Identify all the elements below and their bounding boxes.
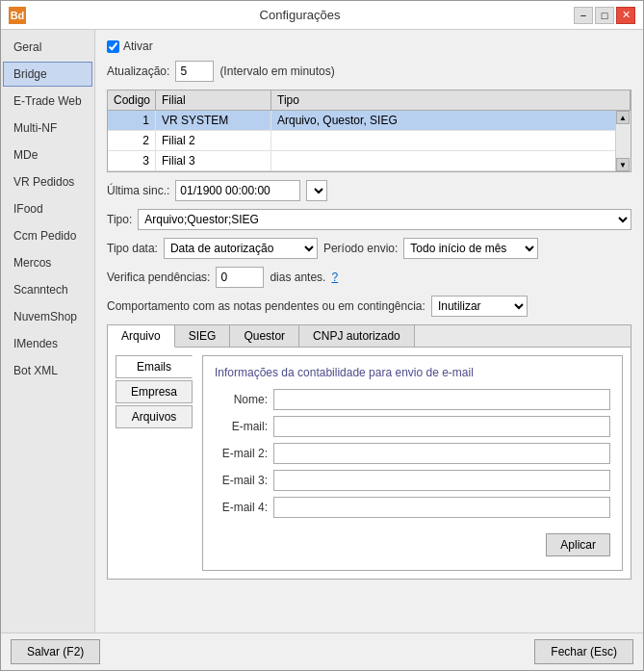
- activate-row: Ativar: [107, 39, 631, 53]
- email3-label: E-mail 3:: [215, 474, 268, 487]
- periodo-envio-select[interactable]: Todo início de mês: [403, 238, 538, 259]
- sidebar-item-vrpedidos[interactable]: VR Pedidos: [3, 169, 92, 194]
- sidebar-item-multinf[interactable]: Multi-NF: [3, 116, 92, 141]
- email-input[interactable]: [273, 416, 610, 437]
- apply-row: Aplicar: [215, 524, 610, 560]
- sub-tab-empresa[interactable]: Empresa: [116, 380, 193, 403]
- email-email2-row: E-mail 2:: [215, 443, 610, 464]
- tab-arquivo[interactable]: Arquivo: [108, 325, 175, 348]
- tipo-label: Tipo:: [107, 213, 132, 226]
- update-suffix: (Intervalo em minutos): [219, 65, 334, 78]
- table-cell-filial: Filial 2: [156, 131, 271, 151]
- table-row[interactable]: 3 Filial 3: [108, 151, 631, 171]
- table-cell-codigo: 2: [108, 131, 156, 151]
- verifica-row: Verifica pendências: dias antes. ?: [107, 267, 631, 288]
- email4-input[interactable]: [273, 497, 610, 518]
- save-button[interactable]: Salvar (F2): [11, 639, 100, 664]
- table-body: 1 VR SYSTEM Arquivo, Questor, SIEG 2 Fil…: [108, 111, 631, 171]
- email-email4-row: E-mail 4:: [215, 497, 610, 518]
- periodo-envio-label: Período envio:: [323, 242, 398, 255]
- tipo-data-row: Tipo data: Data de autorização Período e…: [107, 238, 631, 259]
- verifica-label: Verifica pendências:: [107, 271, 210, 284]
- email-panel: Informações da contabilidade para envio …: [202, 355, 623, 571]
- ultima-sinc-input[interactable]: [175, 180, 300, 201]
- sub-tabs: Emails Empresa Arquivos: [116, 355, 193, 571]
- verifica-suffix: dias antes.: [270, 271, 325, 284]
- col-filial: Filial: [156, 90, 271, 110]
- table-cell-codigo: 1: [108, 111, 156, 131]
- title-controls: − □ ✕: [574, 7, 635, 24]
- apply-button[interactable]: Aplicar: [546, 533, 610, 556]
- email-email3-row: E-mail 3:: [215, 470, 610, 491]
- tab-questor[interactable]: Questor: [230, 325, 299, 347]
- activate-checkbox-wrapper: Ativar: [107, 39, 153, 53]
- close-button[interactable]: ✕: [616, 7, 635, 24]
- sidebar-item-botxml[interactable]: Bot XML: [3, 358, 92, 383]
- tab-cnpj[interactable]: CNPJ autorizado: [299, 325, 415, 347]
- activate-checkbox[interactable]: [107, 40, 119, 53]
- filial-table: Codigo Filial Tipo 1 VR SYSTEM Arquivo, …: [107, 90, 631, 172]
- update-row: Atualização: (Intervalo em minutos): [107, 61, 631, 82]
- sidebar-item-scanntech[interactable]: Scanntech: [3, 277, 92, 302]
- sidebar-item-mde[interactable]: MDe: [3, 142, 92, 168]
- email-label: E-mail:: [215, 420, 268, 433]
- title-bar: Bd Configurações − □ ✕: [1, 1, 643, 30]
- nome-input[interactable]: [273, 389, 610, 410]
- col-codigo: Codigo: [108, 90, 156, 110]
- tipo-data-select[interactable]: Data de autorização: [164, 238, 318, 259]
- table-scrollbar: ▲ ▼: [615, 111, 631, 171]
- email2-label: E-mail 2:: [215, 447, 268, 460]
- table-row[interactable]: 2 Filial 2: [108, 131, 631, 151]
- table-header: Codigo Filial Tipo: [108, 90, 631, 111]
- close-button[interactable]: Fechar (Esc): [534, 639, 633, 664]
- comportamento-select[interactable]: Inutilizar: [431, 296, 528, 317]
- window-title: Configurações: [26, 8, 574, 22]
- main-window: Bd Configurações − □ ✕ Geral Bridge E-Tr…: [0, 0, 644, 671]
- ultima-sinc-row: Última sinc.: ▼: [107, 180, 631, 201]
- sidebar: Geral Bridge E-Trade Web Multi-NF MDe VR…: [1, 30, 95, 632]
- comportamento-row: Comportamento com as notas pendentes ou …: [107, 296, 631, 317]
- update-input[interactable]: [175, 61, 214, 82]
- table-cell-filial: Filial 3: [156, 151, 271, 171]
- tab-content: Emails Empresa Arquivos Informações da c…: [108, 348, 631, 579]
- tab-inner: Emails Empresa Arquivos Informações da c…: [116, 355, 623, 571]
- tab-sieg[interactable]: SIEG: [175, 325, 231, 347]
- sidebar-item-nuvemshop[interactable]: NuvemShop: [3, 304, 92, 329]
- sub-tab-emails[interactable]: Emails: [116, 355, 193, 378]
- sidebar-item-etrade[interactable]: E-Trade Web: [3, 89, 92, 114]
- tipo-select[interactable]: Arquivo;Questor;SIEG: [138, 209, 631, 230]
- app-logo: Bd: [9, 7, 26, 24]
- help-link[interactable]: ?: [331, 271, 338, 284]
- sidebar-item-bridge[interactable]: Bridge: [3, 62, 92, 87]
- scroll-down-arrow[interactable]: ▼: [616, 158, 630, 171]
- email2-input[interactable]: [273, 443, 610, 464]
- sidebar-item-ifood[interactable]: IFood: [3, 196, 92, 221]
- update-label: Atualização:: [107, 65, 169, 78]
- tab-header: Arquivo SIEG Questor CNPJ autorizado: [108, 325, 631, 348]
- comportamento-label: Comportamento com as notas pendentes ou …: [107, 299, 425, 313]
- table-row[interactable]: 1 VR SYSTEM Arquivo, Questor, SIEG: [108, 111, 631, 131]
- email3-input[interactable]: [273, 470, 610, 491]
- email-nome-row: Nome:: [215, 389, 610, 410]
- table-cell-tipo: [271, 151, 631, 171]
- maximize-button[interactable]: □: [595, 7, 614, 24]
- sub-tab-arquivos[interactable]: Arquivos: [116, 405, 193, 428]
- email4-label: E-mail 4:: [215, 501, 268, 514]
- verifica-input[interactable]: [216, 267, 264, 288]
- ultima-sinc-dropdown[interactable]: ▼: [306, 180, 327, 201]
- title-bar-left: Bd: [9, 7, 26, 24]
- sidebar-item-imendes[interactable]: IMendes: [3, 331, 92, 356]
- tipo-data-label: Tipo data:: [107, 242, 158, 255]
- bottom-buttons: Salvar (F2) Fechar (Esc): [1, 632, 643, 670]
- main-content: Geral Bridge E-Trade Web Multi-NF MDe VR…: [1, 30, 643, 632]
- nome-label: Nome:: [215, 393, 268, 406]
- sidebar-item-mercos[interactable]: Mercos: [3, 250, 92, 275]
- scroll-up-arrow[interactable]: ▲: [616, 111, 630, 124]
- minimize-button[interactable]: −: [574, 7, 593, 24]
- sidebar-item-ccmpedido[interactable]: Ccm Pedido: [3, 223, 92, 248]
- sidebar-item-geral[interactable]: Geral: [3, 35, 92, 60]
- col-tipo: Tipo: [271, 90, 631, 110]
- main-tabs-section: Arquivo SIEG Questor CNPJ autorizado Ema…: [107, 324, 631, 580]
- ultima-sinc-label: Última sinc.:: [107, 184, 169, 197]
- email-email-row: E-mail:: [215, 416, 610, 437]
